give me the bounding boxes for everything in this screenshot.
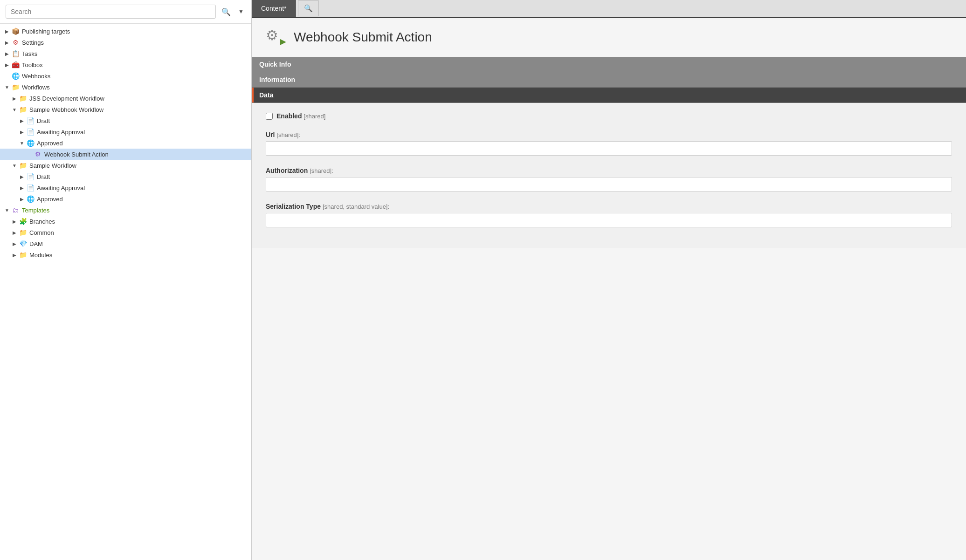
tree-label-jss-dev-workflow: JSS Development Workflow (29, 95, 104, 102)
section-information[interactable]: Information (252, 72, 966, 88)
tree-item-webhook-submit-action[interactable]: ⚙Webhook Submit Action (0, 149, 251, 160)
section-data[interactable]: Data (252, 88, 966, 103)
search-button[interactable]: 🔍 (220, 6, 233, 18)
tree-item-awaiting-approval-1[interactable]: 📄Awaiting Approval (0, 126, 251, 137)
tree-icon-awaiting-approval-1: 📄 (26, 128, 34, 136)
sidebar: 🔍 ▼ 📦Publishing targets⚙Settings📋Tasks🧰T… (0, 0, 252, 560)
tree-arrow-publishing-targets[interactable] (4, 28, 10, 34)
tree-icon-draft-2: 📄 (26, 172, 34, 181)
tree-icon-modules: 📁 (19, 251, 27, 259)
authorization-input[interactable] (266, 177, 952, 191)
url-input[interactable] (266, 141, 952, 156)
tree-arrow-toolbox[interactable] (4, 61, 10, 68)
tree-icon-toolbox: 🧰 (11, 61, 20, 69)
tree-item-tasks[interactable]: 📋Tasks (0, 48, 251, 59)
tree-item-approved-2[interactable]: 🌐Approved (0, 193, 251, 205)
tree-label-common: Common (29, 229, 54, 236)
page-header-icon: ⚙ ▶ (266, 27, 286, 48)
enabled-shared-tag: [shared] (304, 113, 325, 120)
tree-item-modules[interactable]: 📁Modules (0, 249, 251, 260)
tree-arrow-branches[interactable] (11, 218, 18, 225)
tab-content[interactable]: Content* (252, 0, 296, 17)
tree-arrow-draft-2[interactable] (19, 173, 25, 180)
serialization-label: Serialization Type [shared, standard val… (266, 203, 952, 210)
tree-label-webhooks: Webhooks (22, 73, 50, 80)
tree-label-workflows: Workflows (22, 84, 50, 91)
tree-icon-jss-dev-workflow: 📁 (19, 94, 27, 102)
tree-arrow-sample-webhook-workflow[interactable] (11, 106, 18, 113)
tree-arrow-modules[interactable] (11, 252, 18, 258)
serialization-input[interactable]: JSON (266, 213, 952, 227)
tree-label-tasks: Tasks (22, 50, 37, 57)
tree-icon-approved-1: 🌐 (26, 139, 34, 147)
url-shared-tag: [shared]: (276, 131, 300, 138)
search-bar: 🔍 ▼ (0, 0, 251, 24)
serialization-shared-tag: [shared, standard value]: (323, 203, 389, 210)
tree-item-settings[interactable]: ⚙Settings (0, 37, 251, 48)
tree-label-approved-1: Approved (37, 140, 63, 147)
tree-item-templates[interactable]: 🗂Templates (0, 205, 251, 216)
tree-label-draft-2: Draft (37, 173, 50, 180)
tree-label-dam: DAM (29, 240, 43, 247)
tree-icon-sample-workflow: 📁 (19, 161, 27, 170)
tree-icon-templates: 🗂 (11, 206, 20, 214)
tree-arrow-approved-1[interactable] (19, 140, 25, 146)
page-header: ⚙ ▶ Webhook Submit Action (252, 18, 966, 57)
enabled-field: Enabled [shared] (266, 112, 952, 120)
tree-item-workflows[interactable]: 📁Workflows (0, 82, 251, 93)
tree-icon-tasks: 📋 (11, 49, 20, 58)
enabled-checkbox[interactable] (266, 113, 273, 120)
tree-item-toolbox[interactable]: 🧰Toolbox (0, 59, 251, 70)
tree-arrow-dam[interactable] (11, 240, 18, 247)
tree-arrow-common[interactable] (11, 229, 18, 236)
tree-label-awaiting-approval-2: Awaiting Approval (37, 184, 85, 191)
tree-item-awaiting-approval-2[interactable]: 📄Awaiting Approval (0, 182, 251, 193)
url-field: Url [shared]: (266, 131, 952, 156)
tree-icon-awaiting-approval-2: 📄 (26, 184, 34, 192)
tree-arrow-templates[interactable] (4, 207, 10, 213)
tree-icon-branches: 🧩 (19, 217, 27, 225)
tree-arrow-draft-1[interactable] (19, 117, 25, 124)
tree-icon-dam: 💎 (19, 239, 27, 248)
tree-label-modules: Modules (29, 252, 52, 259)
section-quick-info[interactable]: Quick Info (252, 57, 966, 72)
authorization-label: Authorization [shared]: (266, 167, 952, 174)
tree-label-approved-2: Approved (37, 196, 63, 203)
tree-arrow-awaiting-approval-1[interactable] (19, 129, 25, 135)
tree-icon-draft-1: 📄 (26, 116, 34, 125)
tree-item-branches[interactable]: 🧩Branches (0, 216, 251, 227)
tree-item-webhooks[interactable]: 🌐Webhooks (0, 70, 251, 82)
tree-label-webhook-submit-action: Webhook Submit Action (44, 151, 109, 158)
tree-arrow-approved-2[interactable] (19, 196, 25, 202)
search-input[interactable] (6, 5, 216, 19)
tree-arrow-jss-dev-workflow[interactable] (11, 95, 18, 102)
tree-item-jss-dev-workflow[interactable]: 📁JSS Development Workflow (0, 93, 251, 104)
tree-label-branches: Branches (29, 218, 55, 225)
tree-label-toolbox: Toolbox (22, 61, 43, 68)
tree-label-awaiting-approval-1: Awaiting Approval (37, 129, 85, 136)
tree-icon-settings: ⚙ (11, 38, 20, 47)
tree-arrow-sample-workflow[interactable] (11, 162, 18, 169)
tree-item-sample-workflow[interactable]: 📁Sample Workflow (0, 160, 251, 171)
tree-item-publishing-targets[interactable]: 📦Publishing targets (0, 26, 251, 37)
tree-arrow-workflows[interactable] (4, 84, 10, 90)
tree-container: 📦Publishing targets⚙Settings📋Tasks🧰Toolb… (0, 24, 251, 560)
tree-icon-webhook-submit-action: ⚙ (34, 150, 42, 158)
tree-item-dam[interactable]: 💎DAM (0, 238, 251, 249)
tree-item-draft-2[interactable]: 📄Draft (0, 171, 251, 182)
arrow-icon: ▶ (280, 36, 286, 47)
tree-arrow-awaiting-approval-2[interactable] (19, 184, 25, 191)
tree-item-approved-1[interactable]: 🌐Approved (0, 137, 251, 149)
gear-icon: ⚙ (266, 27, 278, 43)
tree-item-draft-1[interactable]: 📄Draft (0, 115, 251, 126)
tree-icon-approved-2: 🌐 (26, 195, 34, 203)
dropdown-arrow-button[interactable]: ▼ (236, 7, 246, 17)
enabled-label: Enabled [shared] (276, 112, 325, 120)
tree-arrow-tasks[interactable] (4, 50, 10, 57)
tree-item-sample-webhook-workflow[interactable]: 📁Sample Webhook Workflow (0, 104, 251, 115)
serialization-field: Serialization Type [shared, standard val… (266, 203, 952, 227)
main-content: Content* 🔍 ⚙ ▶ Webhook Submit Action Qui… (252, 0, 966, 560)
tree-item-common[interactable]: 📁Common (0, 227, 251, 238)
tree-arrow-settings[interactable] (4, 39, 10, 46)
tab-search-button[interactable]: 🔍 (298, 0, 319, 16)
